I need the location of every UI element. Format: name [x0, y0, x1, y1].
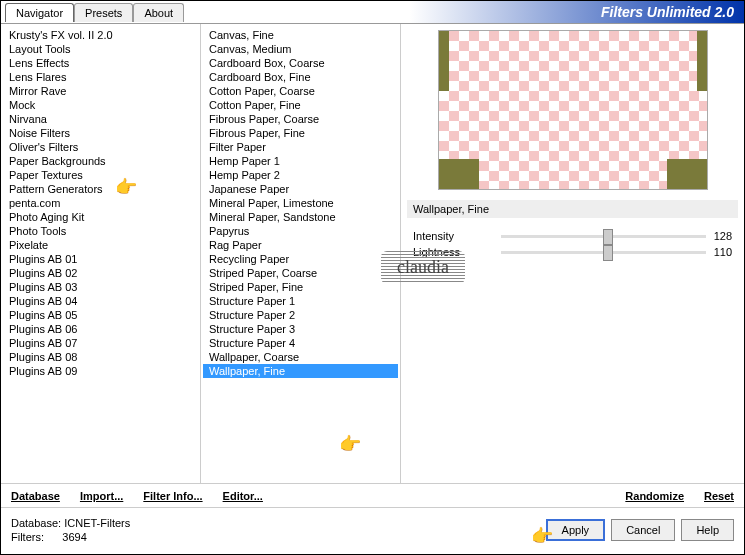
category-item[interactable]: Plugins AB 02: [3, 266, 198, 280]
button-row: Apply Cancel Help: [546, 519, 734, 541]
category-item[interactable]: Mirror Rave: [3, 84, 198, 98]
filter-item[interactable]: Wallpaper, Coarse: [203, 350, 398, 364]
app-title: Filters Unlimited 2.0: [601, 4, 734, 20]
selected-filter-name: Wallpaper, Fine: [407, 200, 738, 218]
lightness-value: 110: [714, 246, 732, 258]
category-item[interactable]: Plugins AB 05: [3, 308, 198, 322]
category-list[interactable]: Krusty's FX vol. II 2.0Layout ToolsLens …: [1, 24, 201, 483]
param-intensity: Intensity 128: [407, 228, 738, 244]
filter-item[interactable]: Canvas, Medium: [203, 42, 398, 56]
filter-item[interactable]: Recycling Paper: [203, 252, 398, 266]
param-label: Intensity: [413, 230, 493, 242]
reset-link[interactable]: Reset: [704, 490, 734, 502]
filter-item[interactable]: Structure Paper 1: [203, 294, 398, 308]
filter-item[interactable]: Structure Paper 3: [203, 322, 398, 336]
category-item[interactable]: Pattern Generators: [3, 182, 198, 196]
tab-row: Navigator Presets About: [5, 3, 184, 22]
category-item[interactable]: Paper Backgrounds: [3, 154, 198, 168]
meta-info: Database: ICNET-Filters Filters: 3694: [11, 516, 130, 544]
filter-item[interactable]: Mineral Paper, Limestone: [203, 196, 398, 210]
cancel-button[interactable]: Cancel: [611, 519, 675, 541]
preview-image: [438, 30, 708, 190]
filter-item[interactable]: Fibrous Paper, Coarse: [203, 112, 398, 126]
filter-item[interactable]: Cardboard Box, Coarse: [203, 56, 398, 70]
filter-item[interactable]: Hemp Paper 2: [203, 168, 398, 182]
filter-item[interactable]: Cardboard Box, Fine: [203, 70, 398, 84]
category-item[interactable]: Layout Tools: [3, 42, 198, 56]
title-bar: Navigator Presets About Filters Unlimite…: [1, 1, 744, 23]
editor-link[interactable]: Editor...: [223, 490, 263, 502]
category-item[interactable]: Photo Aging Kit: [3, 210, 198, 224]
database-link[interactable]: Database: [11, 490, 60, 502]
category-item[interactable]: Krusty's FX vol. II 2.0: [3, 28, 198, 42]
category-item[interactable]: Plugins AB 06: [3, 322, 198, 336]
filter-item[interactable]: Hemp Paper 1: [203, 154, 398, 168]
category-item[interactable]: Nirvana: [3, 112, 198, 126]
category-item[interactable]: Lens Flares: [3, 70, 198, 84]
category-item[interactable]: Plugins AB 07: [3, 336, 198, 350]
link-bar: Database Import... Filter Info... Editor…: [1, 483, 744, 507]
randomize-link[interactable]: Randomize: [625, 490, 684, 502]
filterinfo-link[interactable]: Filter Info...: [143, 490, 202, 502]
filter-item[interactable]: Structure Paper 4: [203, 336, 398, 350]
category-item[interactable]: Oliver's Filters: [3, 140, 198, 154]
filter-item[interactable]: Japanese Paper: [203, 182, 398, 196]
tab-navigator[interactable]: Navigator: [5, 3, 74, 22]
tab-about[interactable]: About: [133, 3, 184, 22]
intensity-value: 128: [714, 230, 732, 242]
category-item[interactable]: Mock: [3, 98, 198, 112]
category-item[interactable]: Plugins AB 01: [3, 252, 198, 266]
category-item[interactable]: penta.com: [3, 196, 198, 210]
tab-presets[interactable]: Presets: [74, 3, 133, 22]
filter-item[interactable]: Structure Paper 2: [203, 308, 398, 322]
footer: Database: ICNET-Filters Filters: 3694 Ap…: [1, 507, 744, 551]
help-button[interactable]: Help: [681, 519, 734, 541]
filter-item[interactable]: Fibrous Paper, Fine: [203, 126, 398, 140]
filter-item[interactable]: Cotton Paper, Fine: [203, 98, 398, 112]
import-link[interactable]: Import...: [80, 490, 123, 502]
category-item[interactable]: Plugins AB 04: [3, 294, 198, 308]
filter-item[interactable]: Rag Paper: [203, 238, 398, 252]
lightness-slider[interactable]: [501, 251, 706, 254]
filter-item[interactable]: Cotton Paper, Coarse: [203, 84, 398, 98]
category-item[interactable]: Photo Tools: [3, 224, 198, 238]
category-item[interactable]: Noise Filters: [3, 126, 198, 140]
filter-item[interactable]: Canvas, Fine: [203, 28, 398, 42]
main-area: Krusty's FX vol. II 2.0Layout ToolsLens …: [1, 23, 744, 483]
filter-item[interactable]: Mineral Paper, Sandstone: [203, 210, 398, 224]
category-item[interactable]: Plugins AB 03: [3, 280, 198, 294]
watermark: claudia: [381, 251, 465, 284]
category-item[interactable]: Paper Textures: [3, 168, 198, 182]
category-item[interactable]: Pixelate: [3, 238, 198, 252]
filter-item[interactable]: Filter Paper: [203, 140, 398, 154]
filter-item[interactable]: Papyrus: [203, 224, 398, 238]
category-item[interactable]: Plugins AB 09: [3, 364, 198, 378]
filter-item[interactable]: Striped Paper, Fine: [203, 280, 398, 294]
apply-button[interactable]: Apply: [546, 519, 606, 541]
filter-item[interactable]: Striped Paper, Coarse: [203, 266, 398, 280]
category-item[interactable]: Lens Effects: [3, 56, 198, 70]
intensity-slider[interactable]: [501, 235, 706, 238]
filter-item[interactable]: Wallpaper, Fine: [203, 364, 398, 378]
filter-list[interactable]: Canvas, FineCanvas, MediumCardboard Box,…: [201, 24, 401, 483]
category-item[interactable]: Plugins AB 08: [3, 350, 198, 364]
